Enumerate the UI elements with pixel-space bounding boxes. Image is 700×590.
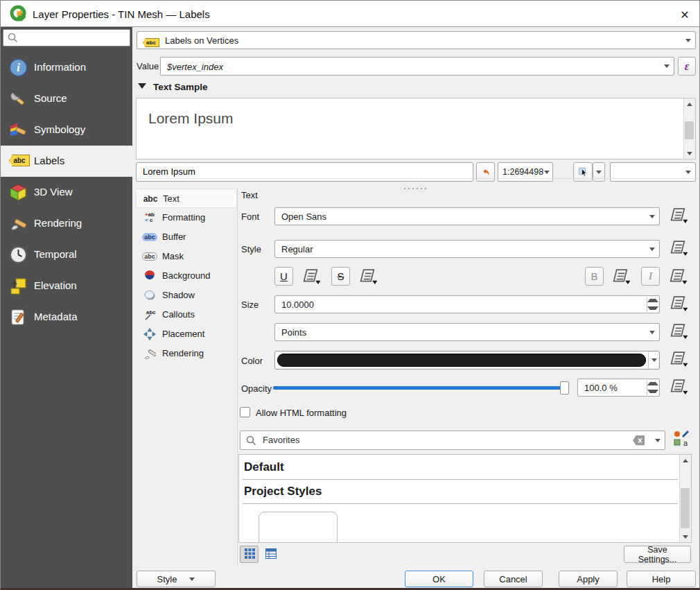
help-button[interactable]: Help [627,571,696,587]
list-view-toggle[interactable] [261,546,280,563]
allow-html-label: Allow HTML formatting [256,408,347,418]
data-defined-override-button[interactable] [667,268,689,288]
symbology-icon [9,121,28,139]
sidebar-search-input[interactable] [21,31,127,45]
tab-mask[interactable]: abc Mask [136,247,237,266]
scrollbar-thumb[interactable] [681,488,690,528]
text-sample-title: Text Sample [153,82,208,92]
data-defined-override-button[interactable] [667,295,690,315]
cancel-button[interactable]: Cancel [484,571,543,587]
clear-search-icon[interactable] [633,435,645,448]
sidebar-item-elevation[interactable]: Elevation [1,270,132,302]
slider-handle[interactable] [560,381,569,394]
chevron-down-icon[interactable] [648,352,659,369]
icon-view-toggle[interactable] [240,546,259,563]
style-label: Style [241,244,261,254]
sample-text-input[interactable] [141,166,467,177]
tab-placement[interactable]: Placement [136,324,237,344]
splitter-handle[interactable] [403,182,428,193]
callouts-tab-icon: abc [141,307,158,322]
color-button[interactable] [274,351,660,370]
chevron-down-icon [645,324,659,340]
undo-icon [481,166,490,179]
buffer-tab-icon: abc [141,229,158,245]
style-list[interactable]: Default Project Styles [238,454,692,543]
tab-text[interactable]: abc Text [136,189,237,208]
italic-button[interactable]: I [641,267,660,286]
opacity-slider[interactable] [273,381,571,395]
slider-track [273,386,561,390]
font-select[interactable]: Open Sans [274,207,660,225]
svg-text:abc: abc [146,309,156,315]
style-manager-button[interactable]: a [671,429,692,450]
scroll-down-icon[interactable] [684,148,695,159]
data-defined-override-button[interactable] [357,268,379,288]
tab-shadow[interactable]: Shadow [136,286,237,305]
opacity-spinbox[interactable]: 100.0 % [577,379,660,397]
scrollbar-thumb[interactable] [685,121,694,139]
tab-formatting[interactable]: +ab< c Formatting [136,208,237,227]
style-menu-button[interactable]: Style [137,571,216,587]
chevron-down-icon [681,32,695,49]
style-search-input[interactable] [261,434,615,446]
expression-builder-button[interactable]: ε [678,57,696,76]
window-title: Layer Properties - TIN Mesh — Labels [33,8,210,20]
spin-arrows[interactable] [647,380,658,395]
sidebar-item-labels[interactable]: abc Labels [1,146,132,177]
tab-rendering[interactable]: Rendering [136,344,237,363]
allow-html-checkbox[interactable] [240,407,250,417]
style-search-combo[interactable] [240,431,665,450]
sidebar-search[interactable] [3,29,130,46]
chevron-down-icon[interactable] [651,431,665,449]
grid-icon [245,548,255,559]
sidebar-item-3d-view[interactable]: 3D View [1,177,132,208]
cube-3d-icon [9,183,28,202]
data-defined-override-button[interactable] [667,350,690,371]
bold-button[interactable]: B [585,267,604,286]
preview-scrollbar[interactable] [683,98,695,159]
size-label: Size [241,300,259,310]
scroll-up-icon[interactable] [680,455,691,466]
sidebar-item-temporal[interactable]: Temporal [1,239,132,270]
style-manager-icon: a [672,430,690,448]
ok-button[interactable]: OK [405,571,473,587]
close-button[interactable]: ✕ [674,6,695,23]
data-defined-override-button[interactable] [610,268,632,288]
divider [243,479,678,480]
value-expression-combo[interactable]: $vertex_index [160,57,674,76]
sidebar-item-source[interactable]: Source [1,83,132,114]
sidebar-item-information[interactable]: i Information [1,52,132,83]
scroll-up-icon[interactable] [684,98,695,110]
save-settings-button[interactable]: Save Settings... [624,546,691,563]
data-defined-override-button[interactable] [667,239,690,260]
data-defined-override-button[interactable] [667,378,690,399]
style-list-scrollbar[interactable] [679,455,691,542]
font-style-select[interactable]: Regular [274,240,660,258]
style-preview-card[interactable] [259,512,338,543]
data-defined-override-button[interactable] [667,322,690,343]
layer-properties-dialog: Layer Properties - TIN Mesh — Labels ✕ i… [0,0,700,590]
clock-icon [9,245,28,264]
strikethrough-button[interactable]: S [331,267,350,286]
spin-arrows[interactable] [647,297,658,312]
tab-background[interactable]: Background [136,266,237,286]
data-defined-override-button[interactable] [667,207,690,227]
data-defined-override-button[interactable] [300,268,322,288]
list-icon [265,548,277,559]
tab-callouts[interactable]: abc Callouts [136,305,237,324]
chevron-down-icon [660,58,674,75]
sidebar-item-rendering[interactable]: Rendering [1,208,132,239]
size-unit-select[interactable]: Points [274,323,660,341]
title-bar: Layer Properties - TIN Mesh — Labels ✕ [1,1,700,27]
sidebar-item-metadata[interactable]: Metadata [1,302,132,333]
sidebar-item-symbology[interactable]: Symbology [1,114,132,146]
scroll-down-icon[interactable] [680,531,691,542]
formatting-tab-icon: +ab< c [141,210,158,225]
chevron-down-icon [645,208,659,225]
collapse-triangle-icon[interactable] [138,83,146,89]
tab-buffer[interactable]: abc Buffer [136,227,237,247]
label-mode-select[interactable]: abc Labels on Vertices [137,31,696,49]
underline-button[interactable]: U [274,267,293,286]
apply-button[interactable]: Apply [559,571,618,587]
size-spinbox[interactable]: 10.0000 [274,295,660,313]
